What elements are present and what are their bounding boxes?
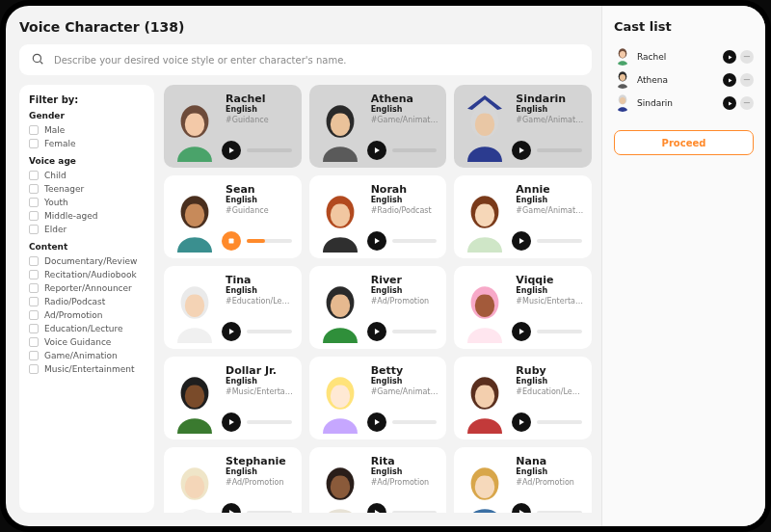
cast-name: Sindarin [637,98,717,108]
play-button[interactable] [512,141,531,160]
filter-option-label: Middle-aged [44,211,97,221]
play-button[interactable] [367,322,386,341]
audio-track[interactable] [537,511,582,513]
audio-track[interactable] [537,239,582,243]
play-button[interactable] [367,231,386,251]
filter-group-title: Voice age [29,156,145,166]
audio-track[interactable] [392,330,438,333]
character-tag: #Education/Lecture [226,297,294,306]
filter-option[interactable]: Male [29,123,145,137]
character-card[interactable]: Sindarin English #Game/Animation [454,85,592,168]
play-button[interactable] [367,412,386,432]
character-card[interactable]: Norah English #Radio/Podcast [309,175,447,258]
character-card[interactable]: Stephanie English #Ad/Promotion [164,447,302,513]
audio-track[interactable] [247,330,292,333]
character-avatar [317,455,363,513]
audio-track[interactable] [392,148,438,152]
filter-option[interactable]: Game/Animation [29,349,145,362]
character-avatar [462,455,508,513]
filter-option[interactable]: Ad/Promotion [29,308,145,322]
play-button[interactable] [222,141,241,160]
audio-track[interactable] [537,330,582,333]
character-language: English [516,286,584,295]
audio-player [222,322,292,341]
play-icon[interactable] [723,50,736,64]
audio-player [222,141,292,160]
character-language: English [516,377,584,386]
character-avatar [317,274,363,343]
audio-track[interactable] [247,148,292,152]
character-card[interactable]: Viqqie English #Music/Entertainment [454,266,592,349]
play-button[interactable] [222,322,241,341]
audio-track[interactable] [247,239,292,243]
checkbox-icon [29,198,39,207]
character-card[interactable]: Rachel English #Guidance [164,85,302,168]
checkbox-icon [29,184,39,194]
svg-point-12 [475,113,494,136]
filter-option[interactable]: Teenager [29,182,145,196]
audio-track[interactable] [247,420,292,424]
play-button[interactable] [222,503,241,513]
filter-option[interactable]: Voice Guidance [29,335,145,349]
character-language: English [226,196,294,204]
character-card[interactable]: Athena English #Game/Animation [309,85,447,168]
audio-track[interactable] [392,239,438,243]
play-icon[interactable] [723,73,736,87]
filter-option[interactable]: Reporter/Announcer [29,281,145,295]
audio-player [222,412,292,432]
character-avatar [172,455,218,513]
play-button[interactable] [512,503,531,513]
character-card[interactable]: Dollar Jr. English #Music/Entertainment [164,357,302,439]
character-card[interactable]: Tina English #Education/Lecture [164,266,302,349]
svg-point-28 [185,294,204,317]
remove-icon[interactable]: − [740,96,754,110]
search-input[interactable] [52,54,580,66]
play-icon[interactable] [723,96,736,110]
audio-player [367,322,438,341]
play-button[interactable] [367,503,386,513]
remove-icon[interactable]: − [740,50,754,64]
filter-option[interactable]: Female [29,137,145,150]
filter-group-title: Gender [29,111,145,120]
filter-option[interactable]: Youth [29,196,145,209]
svg-point-44 [330,385,349,408]
audio-track[interactable] [392,420,438,424]
character-card[interactable]: Betty English #Game/Animation [309,357,447,439]
filter-option[interactable]: Education/Lecture [29,322,145,335]
filter-option[interactable]: Elder [29,223,145,236]
filter-option[interactable]: Documentary/Review [29,254,145,268]
character-language: English [516,467,584,476]
character-card[interactable]: Sean English #Guidance [164,175,302,258]
search-icon [31,51,44,69]
character-card[interactable]: Annie English #Game/Animation [454,175,592,258]
checkbox-icon [29,125,39,135]
play-button[interactable] [222,412,241,432]
filter-option[interactable]: Child [29,169,145,182]
character-card[interactable]: Nana English #Ad/Promotion [454,447,592,513]
filter-option[interactable]: Music/Entertainment [29,362,145,376]
filter-option[interactable]: Radio/Podcast [29,295,145,308]
character-avatar [172,93,218,162]
character-card[interactable]: River English #Ad/Promotion [309,266,447,349]
svg-marker-57 [375,510,380,513]
svg-marker-5 [229,147,234,153]
remove-icon[interactable]: − [740,73,754,87]
character-card[interactable]: Rita English #Ad/Promotion [309,447,447,513]
play-button[interactable] [512,412,531,432]
audio-track[interactable] [537,148,582,152]
filter-option[interactable]: Middle-aged [29,209,145,223]
character-card[interactable]: Ruby English #Education/Lecture [454,357,592,439]
audio-track[interactable] [392,511,438,513]
audio-track[interactable] [537,420,582,424]
svg-point-52 [185,475,204,498]
filter-option[interactable]: Recitation/Audiobook [29,268,145,281]
play-button[interactable] [367,141,386,160]
play-button[interactable] [512,231,531,251]
audio-track[interactable] [247,511,292,513]
search-bar[interactable] [19,44,592,75]
stop-button[interactable] [222,231,241,251]
play-button[interactable] [512,322,531,341]
svg-point-8 [330,113,349,136]
proceed-button[interactable]: Proceed [614,130,754,155]
character-name: Annie [516,183,584,196]
